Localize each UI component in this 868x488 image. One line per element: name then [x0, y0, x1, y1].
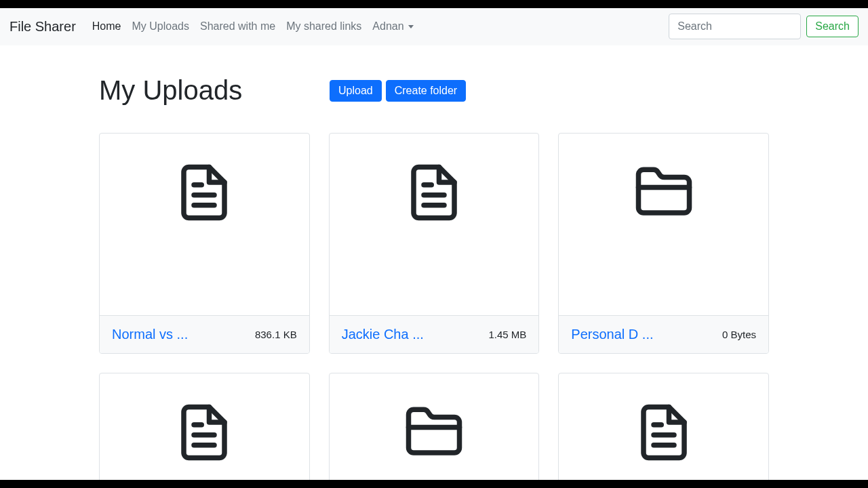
file-icon: [403, 162, 465, 223]
card-icon-area: [100, 134, 309, 315]
create-folder-button[interactable]: Create folder: [386, 80, 467, 102]
page-title: My Uploads: [99, 75, 330, 106]
card-size: 1.45 MB: [488, 329, 526, 340]
card-size: 0 Bytes: [722, 329, 756, 340]
main-container: My Uploads Upload Create folder Normal v…: [95, 75, 773, 488]
nav-link-my-uploads[interactable]: My Uploads: [127, 15, 195, 38]
card-icon-area: [559, 134, 768, 315]
navbar-right: Search: [669, 14, 859, 39]
card-size: 836.1 KB: [255, 329, 297, 340]
file-card[interactable]: [558, 373, 769, 488]
navbar-left: File Sharer Home My Uploads Shared with …: [9, 15, 419, 38]
action-buttons: Upload Create folder: [330, 80, 466, 102]
card-name-link[interactable]: Normal vs ...: [112, 327, 188, 342]
card-footer: Normal vs ... 836.1 KB: [100, 315, 309, 353]
navbar: File Sharer Home My Uploads Shared with …: [0, 8, 868, 45]
card-icon-area: [100, 373, 309, 488]
card-icon-area: [330, 373, 539, 488]
search-button[interactable]: Search: [806, 16, 859, 37]
nav-link-my-shared-links[interactable]: My shared links: [281, 15, 367, 38]
page-header: My Uploads Upload Create folder: [99, 75, 769, 106]
nav-link-user-dropdown[interactable]: Adnan: [367, 15, 418, 38]
search-input[interactable]: [669, 14, 801, 39]
folder-open-icon: [633, 162, 694, 223]
card-icon-area: [330, 134, 539, 315]
folder-card[interactable]: Personal D ... 0 Bytes: [558, 133, 769, 354]
folder-open-icon: [403, 402, 465, 463]
window-top-bar: [0, 0, 868, 8]
window-bottom-bar: [0, 480, 868, 488]
brand[interactable]: File Sharer: [9, 19, 87, 35]
upload-button[interactable]: Upload: [330, 80, 382, 102]
nav-user-label: Adnan: [372, 20, 403, 33]
card-footer: Jackie Cha ... 1.45 MB: [330, 315, 539, 353]
file-icon: [174, 162, 235, 223]
file-card[interactable]: Jackie Cha ... 1.45 MB: [329, 133, 540, 354]
card-name-link[interactable]: Jackie Cha ...: [342, 327, 424, 342]
nav-links: Home My Uploads Shared with me My shared…: [87, 15, 419, 38]
file-card[interactable]: Normal vs ... 836.1 KB: [99, 133, 310, 354]
file-icon: [174, 402, 235, 463]
nav-link-home[interactable]: Home: [87, 15, 127, 38]
nav-link-shared-with-me[interactable]: Shared with me: [195, 15, 281, 38]
card-icon-area: [559, 373, 768, 488]
file-card[interactable]: [99, 373, 310, 488]
chevron-down-icon: [408, 25, 414, 28]
file-grid: Normal vs ... 836.1 KB Jackie Cha ... 1.…: [99, 133, 769, 488]
card-footer: Personal D ... 0 Bytes: [559, 315, 768, 353]
file-icon: [633, 402, 694, 463]
card-name-link[interactable]: Personal D ...: [571, 327, 653, 342]
folder-card[interactable]: [329, 373, 540, 488]
